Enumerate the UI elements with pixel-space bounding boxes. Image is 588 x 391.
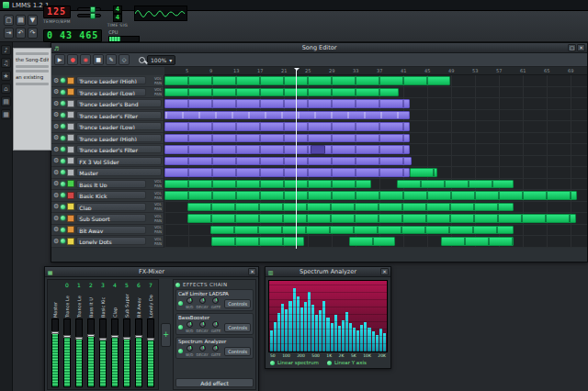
mixer-channel[interactable]: 6Bit Away — [133, 282, 144, 387]
controls-button[interactable]: Controls — [224, 323, 251, 332]
knob-dial[interactable] — [212, 345, 219, 352]
tempo-display[interactable]: 125 TEMPO/BPM — [43, 6, 71, 24]
automation-segment[interactable] — [164, 134, 410, 143]
track-pattern-area[interactable] — [164, 87, 587, 99]
automation-segment[interactable] — [164, 111, 410, 120]
track-pattern-area[interactable] — [164, 167, 587, 179]
volume-pan-knobs[interactable]: VOLPAN — [148, 214, 162, 223]
effect-knob[interactable]: GATE — [211, 321, 221, 333]
channel-fader[interactable] — [51, 318, 59, 387]
home-icon[interactable]: ⌂ — [1, 84, 11, 94]
automation-segment[interactable] — [311, 145, 325, 154]
tempo-value[interactable]: 125 — [43, 6, 71, 18]
fader-handle[interactable] — [111, 335, 119, 338]
mute-led[interactable] — [61, 159, 65, 163]
record-play-button[interactable]: ◉ — [80, 54, 91, 65]
fx-mixer-titlebar[interactable]: ▦ FX-Mixer ✕ — [45, 267, 258, 277]
gear-icon[interactable]: ⚙ — [53, 191, 59, 200]
effect-knob[interactable]: DECAY — [196, 345, 208, 357]
mute-led[interactable] — [61, 124, 65, 128]
fader-handle[interactable] — [135, 335, 142, 338]
pattern-segment[interactable] — [164, 180, 371, 189]
channel-name[interactable]: Basic Kic — [100, 288, 106, 318]
open-project-button[interactable]: ▤ — [16, 15, 26, 26]
mute-led[interactable] — [61, 90, 65, 95]
spectrum-titlebar[interactable]: ▥ Spectrum Analyzer ✕ — [266, 267, 390, 277]
stop-button[interactable]: ■ — [93, 54, 104, 65]
track-name-button[interactable]: Trance Leader (Low) — [76, 122, 162, 130]
track-pattern-area[interactable] — [164, 110, 587, 122]
computer-icon[interactable]: ▦ — [1, 109, 11, 119]
track-pattern-area[interactable] — [164, 190, 587, 202]
gear-icon[interactable]: ⚙ — [53, 225, 59, 234]
pattern-segment[interactable] — [397, 180, 514, 189]
export-project-button[interactable]: ⇥ — [4, 28, 14, 39]
track-name-button[interactable]: Trance Leader's Filter — [76, 111, 162, 119]
master-pitch-handle[interactable] — [90, 13, 96, 19]
channel-fader[interactable] — [75, 318, 83, 387]
fader-handle[interactable] — [99, 338, 107, 341]
mute-led[interactable] — [61, 205, 65, 209]
controls-button[interactable]: Controls — [224, 347, 251, 356]
spectrum-checkbox[interactable]: Linear spectrum — [270, 360, 319, 365]
save-project-button[interactable]: ▼ — [28, 15, 38, 26]
volume-pan-knobs[interactable]: VOLPAN — [148, 191, 162, 200]
automation-segment[interactable] — [164, 157, 412, 166]
knob-dial[interactable] — [187, 297, 193, 304]
track-name-button[interactable]: Trance Leader's Filter — [76, 145, 162, 153]
channel-fader[interactable] — [87, 318, 95, 387]
automation-segment[interactable] — [164, 99, 410, 108]
track-pattern-area[interactable] — [164, 121, 587, 133]
close-icon[interactable]: ✕ — [380, 268, 389, 275]
track-name-button[interactable]: Lonely Dots — [76, 237, 146, 245]
track-name-button[interactable]: Master — [76, 168, 162, 176]
effects-chain-enable-led[interactable] — [175, 283, 180, 287]
channel-fader[interactable] — [99, 318, 107, 387]
volume-pan-knobs[interactable]: VOLPAN — [148, 179, 162, 188]
volume-pan-knobs[interactable]: VOLPAN — [148, 76, 162, 85]
track-name-button[interactable]: Trance Leader (Low) — [76, 88, 146, 96]
fader-handle[interactable] — [147, 338, 154, 341]
gear-icon[interactable]: ⚙ — [53, 179, 59, 188]
undo-button[interactable]: ↶ — [16, 28, 26, 39]
mute-led[interactable] — [61, 147, 65, 151]
automation-segment[interactable] — [164, 145, 410, 154]
channel-fader[interactable] — [123, 318, 130, 387]
mute-led[interactable] — [61, 78, 65, 83]
pattern-segment[interactable] — [187, 203, 514, 212]
add-effect-button[interactable]: Add effect — [175, 378, 254, 387]
gear-icon[interactable]: ⚙ — [53, 202, 59, 211]
timesig-denominator[interactable]: 4 — [113, 14, 122, 22]
pattern-segment[interactable] — [164, 76, 450, 85]
fader-handle[interactable] — [63, 335, 71, 338]
checkbox-led[interactable] — [327, 361, 332, 365]
gear-icon[interactable]: ⚙ — [53, 87, 59, 96]
mute-led[interactable] — [61, 113, 65, 117]
mute-led[interactable] — [61, 239, 65, 243]
channel-fader[interactable] — [147, 318, 154, 387]
mute-led[interactable] — [61, 101, 65, 106]
pattern-segment[interactable] — [187, 214, 576, 223]
pattern-segment[interactable] — [210, 226, 514, 235]
draw-mode-button[interactable]: ✎ — [106, 54, 117, 65]
effect-knob[interactable]: W/D — [186, 321, 193, 333]
new-project-button[interactable]: ▢ — [4, 15, 14, 26]
mixer-channel[interactable]: 4Clap — [109, 282, 120, 387]
gear-icon[interactable]: ⚙ — [53, 110, 59, 119]
track-pattern-area[interactable] — [164, 75, 587, 87]
checkbox-led[interactable] — [270, 361, 275, 365]
redo-button[interactable]: ↷ — [28, 28, 38, 39]
gear-icon[interactable]: ⚙ — [53, 122, 59, 131]
pattern-segment[interactable] — [410, 168, 437, 177]
instruments-icon[interactable]: ♪ — [1, 45, 11, 55]
track-name-button[interactable]: Trance Leader (High) — [76, 134, 162, 142]
play-button[interactable]: ▶ — [54, 54, 65, 65]
effect-knob[interactable]: GATE — [211, 297, 221, 309]
master-volume-slider[interactable] — [77, 7, 101, 11]
track-name-button[interactable]: Bit Away — [76, 226, 146, 234]
master-pitch-slider[interactable] — [77, 14, 101, 17]
knob-dial[interactable] — [187, 321, 193, 328]
knob-dial[interactable] — [199, 297, 206, 304]
master-volume-handle[interactable] — [90, 6, 96, 13]
pattern-segment[interactable] — [349, 237, 395, 246]
